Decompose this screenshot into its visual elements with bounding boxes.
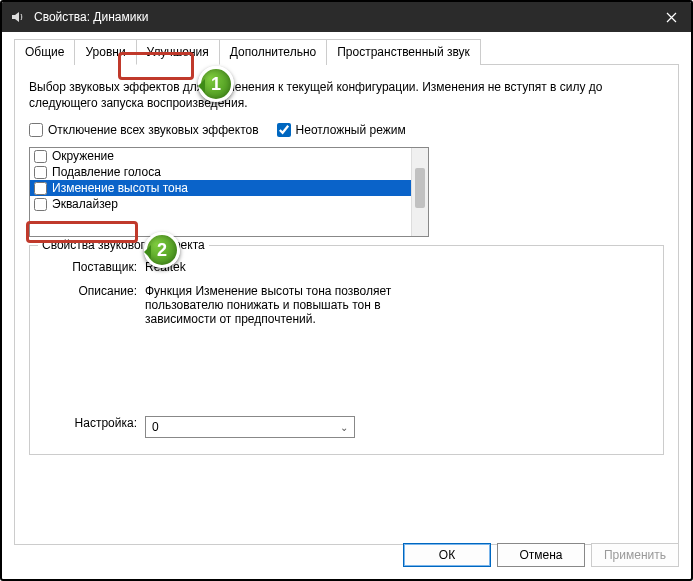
tab-enhancements[interactable]: Улучшения [136,39,220,65]
list-item[interactable]: Подавление голоса [30,164,428,180]
effect-properties-group: Свойства звукового эффекта Поставщик: Re… [29,245,664,455]
chevron-down-icon: ⌄ [340,422,348,433]
apply-button[interactable]: Применить [591,543,679,567]
effect-label: Эквалайзер [52,197,118,211]
scrollbar[interactable] [411,148,428,236]
cancel-button[interactable]: Отмена [497,543,585,567]
setting-value: 0 [152,420,159,434]
panel-description: Выбор звуковых эффектов для применения к… [29,79,664,111]
tab-levels[interactable]: Уровни [74,39,136,65]
description-label: Описание: [42,284,137,326]
immediate-mode-checkbox[interactable]: Неотложный режим [277,123,406,137]
callout-1: 1 [198,66,234,102]
effect-label: Окружение [52,149,114,163]
tab-panel: Выбор звуковых эффектов для применения к… [14,65,679,545]
titlebar: Свойства: Динамики [2,2,691,32]
list-item[interactable]: Окружение [30,148,428,164]
speaker-icon [10,9,26,25]
callout-2: 2 [144,232,180,268]
effect-label: Изменение высоты тона [52,181,188,195]
tab-general[interactable]: Общие [14,39,75,65]
effect-label: Подавление голоса [52,165,161,179]
disable-all-effects-checkbox[interactable]: Отключение всех звуковых эффектов [29,123,259,137]
group-title: Свойства звукового эффекта [38,238,209,252]
window-title: Свойства: Динамики [34,10,651,24]
dialog-buttons: ОК Отмена Применить [403,543,679,567]
setting-label: Настройка: [42,416,137,438]
tab-strip: Общие Уровни Улучшения Дополнительно Про… [14,38,679,65]
setting-combobox[interactable]: 0 ⌄ [145,416,355,438]
description-value: Функция Изменение высоты тона позволяет … [145,284,425,326]
provider-value: Realtek [145,260,651,274]
provider-label: Поставщик: [42,260,137,274]
ok-button[interactable]: ОК [403,543,491,567]
effects-listbox[interactable]: Окружение Подавление голоса Изменение вы… [29,147,429,237]
disable-all-label: Отключение всех звуковых эффектов [48,123,259,137]
content-area: Общие Уровни Улучшения Дополнительно Про… [14,38,679,567]
close-button[interactable] [651,2,691,32]
tab-spatial[interactable]: Пространственный звук [326,39,481,65]
list-item[interactable]: Изменение высоты тона [30,180,428,196]
immediate-mode-label: Неотложный режим [296,123,406,137]
list-item[interactable]: Эквалайзер [30,196,428,212]
tab-advanced[interactable]: Дополнительно [219,39,327,65]
